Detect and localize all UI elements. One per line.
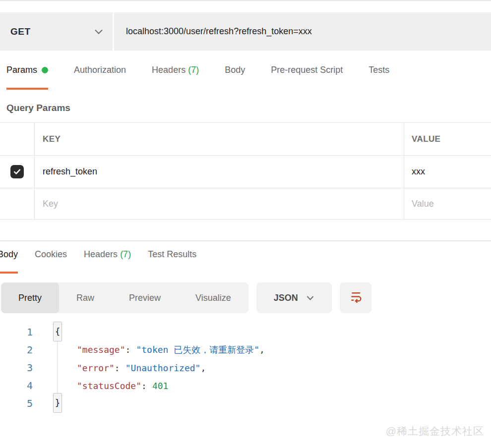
- fold-gutter: [34, 377, 61, 394]
- code-line: 4 "statusCode":401: [0, 377, 491, 394]
- json-colon: :: [125, 344, 131, 355]
- view-mode-preview[interactable]: Preview: [112, 282, 178, 313]
- view-mode-visualize[interactable]: Visualize: [178, 282, 248, 313]
- fold-marker-close-brace[interactable]: }: [53, 393, 62, 413]
- line-number: 3: [0, 362, 34, 374]
- code-text: "statusCode":401: [77, 381, 168, 391]
- response-tab-headers-label: Headers: [84, 249, 118, 259]
- method-label: GET: [10, 26, 31, 37]
- header-key-cell: KEY: [35, 123, 404, 155]
- request-url-bar: GET localhost:3000/user/refresh?refresh_…: [0, 12, 491, 51]
- line-number: 1: [0, 326, 34, 338]
- json-key: "statusCode": [77, 381, 141, 391]
- code-text: "error":"Unauthorized",: [77, 363, 206, 373]
- response-tab-body-label: Body: [0, 249, 18, 259]
- tab-prerequest-script[interactable]: Pre-request Script: [271, 64, 343, 90]
- table-row-empty: Key Value: [0, 188, 491, 220]
- json-colon: :: [115, 363, 120, 373]
- code-line: 2 "message":"token 已失效，请重新登录",: [0, 341, 491, 359]
- json-comma: ,: [259, 344, 265, 355]
- json-comma: ,: [200, 363, 206, 373]
- response-tab-body[interactable]: Body: [0, 249, 18, 274]
- tab-headers[interactable]: Headers (7): [152, 64, 199, 90]
- param-value-cell[interactable]: xxx: [404, 156, 491, 188]
- format-label: JSON: [274, 293, 298, 303]
- table-row: refresh_token xxx: [0, 156, 491, 188]
- top-divider: [0, 0, 491, 1]
- row-checkbox-cell: [0, 156, 35, 188]
- key-column-header: KEY: [43, 134, 61, 144]
- tab-authorization-label: Authorization: [74, 65, 126, 75]
- json-key: "message": [77, 344, 125, 355]
- json-number-value: 401: [152, 381, 169, 391]
- code-line: 3 "error":"Unauthorized",: [0, 359, 491, 377]
- fold-gutter: {: [34, 323, 61, 341]
- response-tabs: Body Cookies Headers (7) Test Results: [0, 249, 491, 274]
- param-value-text: xxx: [412, 167, 425, 177]
- fold-gutter: }: [34, 394, 61, 412]
- text-wrap-icon: [349, 290, 363, 305]
- tab-tests-label: Tests: [368, 65, 389, 75]
- line-number: 2: [0, 344, 34, 356]
- tab-headers-count: (7): [188, 65, 199, 75]
- response-divider: [0, 240, 491, 241]
- tab-params-label: Params: [6, 65, 37, 75]
- table-header-row: KEY VALUE: [0, 123, 491, 156]
- chevron-down-icon: [306, 295, 314, 301]
- line-number: 4: [0, 380, 34, 392]
- empty-value-cell[interactable]: Value: [404, 188, 491, 219]
- query-params-table: KEY VALUE refresh_token xxx Key Value: [0, 122, 491, 220]
- empty-key-cell[interactable]: Key: [35, 188, 404, 219]
- code-line: 1 {: [0, 323, 491, 341]
- tab-body-label: Body: [225, 65, 245, 75]
- view-mode-pretty[interactable]: Pretty: [1, 282, 59, 313]
- code-text: "message":"token 已失效，请重新登录",: [77, 344, 265, 356]
- key-placeholder: Key: [43, 199, 58, 209]
- param-checkbox[interactable]: [10, 165, 24, 178]
- tab-headers-label: Headers: [152, 65, 185, 75]
- view-mode-switcher: Pretty Raw Preview Visualize: [1, 282, 248, 313]
- response-body-editor: 1 { 2 "message":"token 已失效，请重新登录", 3 "er…: [0, 323, 491, 412]
- code-line: 5 }: [0, 394, 491, 412]
- tab-params[interactable]: Params: [6, 64, 48, 90]
- chevron-down-icon: [94, 29, 104, 35]
- response-tab-cookies[interactable]: Cookies: [35, 249, 67, 274]
- format-dropdown[interactable]: JSON: [256, 282, 332, 313]
- tab-tests[interactable]: Tests: [368, 64, 389, 90]
- params-active-dot: [42, 67, 48, 73]
- fold-marker-open-brace[interactable]: {: [53, 322, 62, 341]
- param-key-cell[interactable]: refresh_token: [35, 156, 404, 188]
- method-dropdown[interactable]: GET: [0, 12, 113, 51]
- response-tab-headers-count: (7): [120, 249, 131, 259]
- tab-authorization[interactable]: Authorization: [74, 64, 126, 90]
- header-value-cell: VALUE: [404, 123, 491, 155]
- json-key: "error": [77, 363, 115, 373]
- response-tab-cookies-label: Cookies: [35, 249, 67, 259]
- fold-gutter: [34, 341, 61, 359]
- request-tabs: Params Authorization Headers (7) Body Pr…: [6, 64, 491, 90]
- param-key-text: refresh_token: [43, 167, 97, 177]
- response-view-controls: Pretty Raw Preview Visualize JSON: [1, 282, 491, 313]
- url-input[interactable]: localhost:3000/user/refresh?refresh_toke…: [114, 12, 491, 51]
- watermark-text: @稀土掘金技术社区: [386, 424, 484, 438]
- view-mode-raw[interactable]: Raw: [59, 282, 112, 313]
- response-tab-test-results[interactable]: Test Results: [148, 249, 196, 274]
- url-text: localhost:3000/user/refresh?refresh_toke…: [126, 26, 312, 37]
- json-string-value: "Unauthorized": [125, 363, 201, 373]
- header-checkbox-cell: [0, 123, 35, 155]
- value-column-header: VALUE: [412, 134, 440, 144]
- json-string-value: "token 已失效，请重新登录": [136, 344, 259, 355]
- query-params-title: Query Params: [6, 102, 491, 114]
- tab-prerequest-label: Pre-request Script: [271, 65, 343, 75]
- json-colon: :: [141, 381, 147, 391]
- empty-checkbox-cell: [0, 188, 35, 219]
- value-placeholder: Value: [412, 199, 434, 209]
- wrap-text-button[interactable]: [340, 282, 371, 313]
- response-tab-headers[interactable]: Headers (7): [84, 249, 131, 274]
- response-tab-test-results-label: Test Results: [148, 249, 196, 259]
- line-number: 5: [0, 397, 34, 409]
- tab-body[interactable]: Body: [225, 64, 245, 90]
- fold-gutter: [34, 359, 61, 377]
